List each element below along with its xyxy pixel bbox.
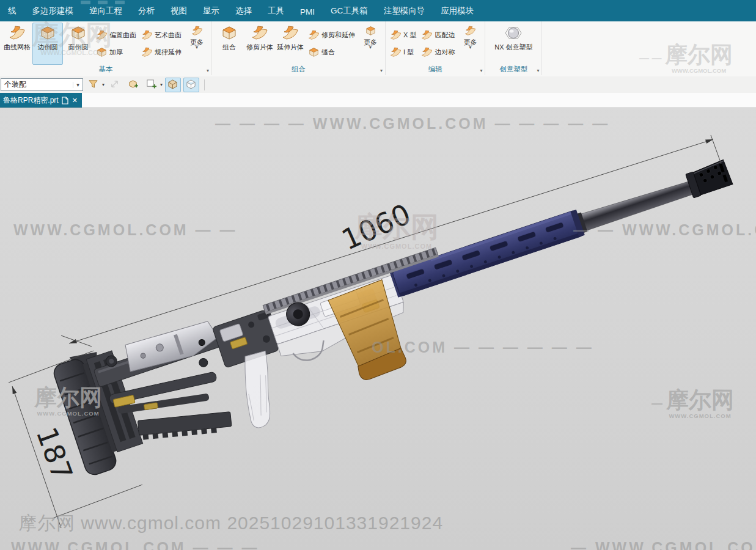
shaded-display-button[interactable] [165,78,181,92]
more-sheet-icon [464,25,476,37]
ribbon-group-创意塑型: NX 创意塑型创意塑型▾ [485,21,542,75]
menu-item-视图[interactable]: 视图 [163,4,195,18]
ribbon-group-编辑: X 型I 型匹配边边对称更多▾编辑▾ [386,21,485,75]
boolean-combine-icon [221,24,238,42]
toolbar-separator [204,79,205,90]
menu-item-注塑模向导[interactable]: 注塑模向导 [376,4,433,18]
trim-extend-icon [308,29,320,41]
group-dialog-caret[interactable]: ▾ [537,66,539,75]
menu-item-线[interactable]: 线 [0,4,24,18]
chevron-down-icon[interactable]: ▾ [102,82,105,87]
filter-cube-icon [88,79,100,90]
ribbon-more-button[interactable]: 更多▾ [358,23,383,65]
menu-item-显示[interactable]: 显示 [195,4,227,18]
chevron-down-icon: ▾ [469,46,471,50]
assembly-toolbar: 个装配 ▾ ▾▾ [0,76,756,94]
selection-scope-combo[interactable]: 个装配 ▾ [1,78,83,91]
tab-title: 鲁格RPR精密.prt [3,95,59,106]
tab-part-file[interactable]: 鲁格RPR精密.prt ✕ [0,93,82,108]
edge-symmetry-icon [421,46,433,58]
dimension-length-label[interactable]: 1060 [337,197,416,257]
group-dialog-caret[interactable]: ▾ [380,66,383,75]
ribbon-button-修剪和延伸[interactable]: 修剪和延伸 [307,28,356,43]
handguard [389,207,585,298]
ribbon-button-边倒圆[interactable]: 边倒圆 [32,23,63,65]
ribbon-button-艺术曲面[interactable]: 艺术曲面 [140,28,183,43]
model-scene[interactable]: 1060 187 [0,108,756,550]
ribbon-button-偏置曲面[interactable]: 偏置曲面 [95,28,138,43]
viewport-3d[interactable]: 1060 187 — — — — WWW.CGMOL.COM — — — — —… [0,108,756,550]
x-form-icon [390,29,402,41]
menu-bar: 线多边形建模逆向工程分析视图显示选择工具PMIGC工具箱注塑模向导应用模块 [0,0,756,21]
trim-sheet-icon [251,24,268,42]
ribbon-groups: 曲线网格边倒圆面倒圆偏置曲面加厚艺术曲面规律延伸更多▾基本▾组合修剪片体延伸片体… [0,21,542,76]
menu-item-逆向工程[interactable]: 逆向工程 [81,4,130,18]
ribbon-button-修剪片体[interactable]: 修剪片体 [244,23,275,65]
match-edge-icon [421,29,433,41]
face-blend-icon [70,24,87,42]
ribbon-more-button[interactable]: 更多▾ [457,23,483,65]
tab-bar: 鲁格RPR精密.prt ✕ [0,93,756,108]
menu-item-分析[interactable]: 分析 [130,4,163,18]
titlebar-fragment-icon [115,1,125,4]
ribbon-more-button[interactable]: 更多▾ [184,23,210,65]
new-component-button[interactable] [144,78,160,92]
menu-item-选择[interactable]: 选择 [227,4,260,18]
wireframe-display-button[interactable] [183,78,199,92]
ribbon: 摩尔网 WWW.CGMOL.COM 曲线网格边倒圆面倒圆偏置曲面加厚艺术曲面规律… [0,21,756,77]
selection-scope-filter-button[interactable] [86,78,101,92]
menu-item-PMI[interactable]: PMI [292,6,323,18]
ribbon-group-基本: 曲线网格边倒圆面倒圆偏置曲面加厚艺术曲面规律延伸更多▾基本▾ [0,21,212,75]
more-cube-icon [365,25,376,37]
move-component-button[interactable] [107,78,123,92]
chevron-down-icon[interactable]: ▾ [73,82,83,88]
ribbon-group-label: 基本▾ [2,65,210,75]
ribbon-button-曲线网格[interactable]: 曲线网格 [2,23,32,65]
ribbon-group-label: 创意塑型▾ [487,65,540,75]
menu-item-应用模块[interactable]: 应用模块 [433,4,482,18]
ribbon-button-组合[interactable]: 组合 [214,23,244,65]
cube-plus-icon [128,79,139,90]
add-component-button[interactable] [125,78,141,92]
ribbon-button-I 型[interactable]: I 型 [389,45,417,60]
group-dialog-caret[interactable]: ▾ [207,66,209,75]
menu-item-多边形建模[interactable]: 多边形建模 [24,4,82,18]
chevron-down-icon: ▾ [369,46,372,50]
selection-scope-value: 个装配 [1,79,73,90]
barrel [575,176,696,233]
ribbon-group-label: 编辑▾ [387,65,483,75]
ribbon-button-边对称[interactable]: 边对称 [420,45,456,60]
extend-sheet-icon [282,24,299,42]
chevron-down-icon[interactable]: ▾ [160,82,163,87]
ribbon-button-规律延伸[interactable]: 规律延伸 [140,45,183,60]
ribbon-button-加厚[interactable]: 加厚 [95,45,138,60]
sew-icon [308,46,320,58]
close-icon[interactable]: ✕ [72,97,78,105]
thicken-icon [96,46,108,58]
ribbon-button-X 型[interactable]: X 型 [389,28,417,43]
ribbon-button-匹配边[interactable]: 匹配边 [420,28,456,43]
menu-item-GC工具箱[interactable]: GC工具箱 [323,4,376,18]
ribbon-group-label: 组合▾ [214,65,383,75]
law-extend-icon [141,46,153,58]
titlebar-fragment-icon [81,1,90,4]
dimension-height-label[interactable]: 187 [30,423,79,485]
sphere-icon [505,24,522,42]
ribbon-group-组合: 组合修剪片体延伸片体修剪和延伸缝合更多▾组合▾ [212,21,386,75]
menu-item-工具[interactable]: 工具 [260,4,292,18]
modified-doc-icon [62,97,68,105]
rifle-model[interactable] [50,140,756,484]
more-sheet-icon [191,25,203,37]
square-plus-icon [146,79,158,90]
shaded-cube-icon [167,79,179,90]
edge-blend-icon [39,24,56,42]
ribbon-button-延伸片体[interactable]: 延伸片体 [275,23,306,65]
sheet-mesh-icon [9,24,26,42]
ribbon-button-NX 创意塑型[interactable]: NX 创意塑型 [487,23,540,65]
group-dialog-caret[interactable]: ▾ [480,66,482,75]
watermark-logo: 摩尔网 WWW.CGMOL.COM [665,43,733,74]
art-surface-icon [141,29,153,41]
ribbon-button-面倒圆[interactable]: 面倒圆 [63,23,94,65]
ribbon-button-缝合[interactable]: 缝合 [307,45,356,60]
i-form-icon [390,46,402,58]
